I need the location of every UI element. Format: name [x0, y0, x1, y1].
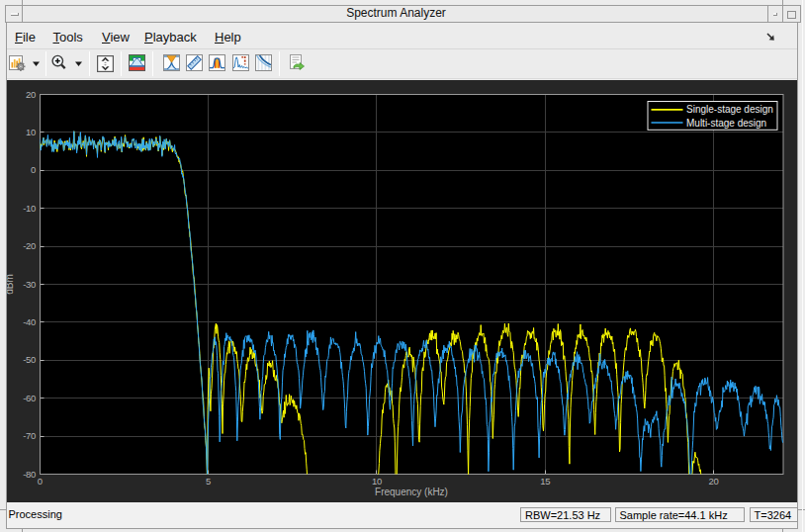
svg-text:10: 10: [26, 127, 36, 137]
svg-text:-50: -50: [23, 354, 36, 365]
svg-text:0: 0: [38, 476, 43, 487]
svg-text:Single-stage design: Single-stage design: [686, 104, 773, 115]
svg-text:-60: -60: [23, 393, 36, 403]
svg-text:-80: -80: [23, 469, 36, 480]
svg-text:20: 20: [709, 476, 719, 487]
svg-text:Frequency (kHz): Frequency (kHz): [375, 487, 448, 497]
svg-text:dBm: dBm: [6, 274, 15, 295]
svg-text:5: 5: [206, 476, 211, 487]
svg-text:-30: -30: [23, 279, 36, 290]
svg-text:Multi-stage design: Multi-stage design: [686, 118, 766, 129]
svg-text:-20: -20: [23, 240, 36, 251]
svg-text:20: 20: [26, 89, 36, 100]
svg-text:15: 15: [540, 476, 550, 487]
svg-text:-70: -70: [23, 430, 36, 441]
svg-text:10: 10: [372, 476, 382, 487]
svg-text:0: 0: [31, 164, 36, 175]
svg-text:-40: -40: [23, 316, 36, 327]
svg-text:-10: -10: [23, 203, 36, 214]
